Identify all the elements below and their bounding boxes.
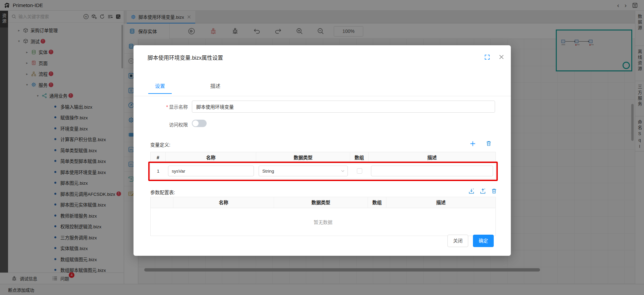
column-header: 描述 <box>369 152 495 163</box>
close-button[interactable]: 关闭 <box>447 235 468 247</box>
properties-dialog: 脚本使用环境变量.bizx属性设置 设置 描述 *显示名称 访问权限 变量定义:… <box>133 45 511 256</box>
array-checkbox[interactable] <box>357 168 362 174</box>
chevron-down-icon <box>341 169 345 173</box>
dialog-tabs: 设置 描述 <box>148 82 227 94</box>
column-header: 名称 <box>166 152 256 163</box>
variables-table: #名称数据类型数组描述 1 String <box>150 152 496 179</box>
close-icon[interactable] <box>498 54 504 60</box>
ok-button[interactable]: 确定 <box>473 235 494 247</box>
access-toggle[interactable] <box>192 120 207 127</box>
variable-name-input[interactable] <box>168 166 254 176</box>
variable-desc-input[interactable] <box>371 166 493 176</box>
variables-section-label: 变量定义: <box>150 141 170 148</box>
variable-row: 1 String <box>151 163 495 179</box>
display-name-label: *显示名称 <box>147 103 188 110</box>
params-section-label: 参数配置表: <box>150 189 175 195</box>
row-index: 1 <box>151 169 166 174</box>
export-icon[interactable] <box>480 188 486 194</box>
dialog-tab[interactable]: 设置 <box>148 82 172 94</box>
column-header: 描述 <box>386 197 495 208</box>
column-header: 名称 <box>173 197 274 208</box>
column-header: # <box>151 152 166 163</box>
access-label: 访问权限 <box>147 121 188 128</box>
params-table: 名称数据类型数组描述 暂无数据 <box>150 197 496 236</box>
dialog-title: 脚本使用环境变量.bizx属性设置 <box>148 53 223 61</box>
delete-variable-icon[interactable] <box>486 140 492 147</box>
fullscreen-icon[interactable] <box>484 54 490 60</box>
empty-data-text: 暂无数据 <box>151 208 495 236</box>
tabs-divider <box>133 96 511 96</box>
column-header: 数组 <box>350 152 369 163</box>
variable-type-select[interactable]: String <box>259 166 348 176</box>
display-name-input[interactable] <box>192 101 495 113</box>
add-variable-icon[interactable] <box>470 140 476 147</box>
column-header: 数据类型 <box>274 197 368 208</box>
required-asterisk: * <box>166 104 168 110</box>
dialog-tab[interactable]: 描述 <box>204 82 227 94</box>
column-header: 数据类型 <box>256 152 350 163</box>
column-header <box>151 197 173 208</box>
delete-param-icon[interactable] <box>491 188 497 194</box>
column-header: 数组 <box>368 197 386 208</box>
import-icon[interactable] <box>468 188 475 194</box>
